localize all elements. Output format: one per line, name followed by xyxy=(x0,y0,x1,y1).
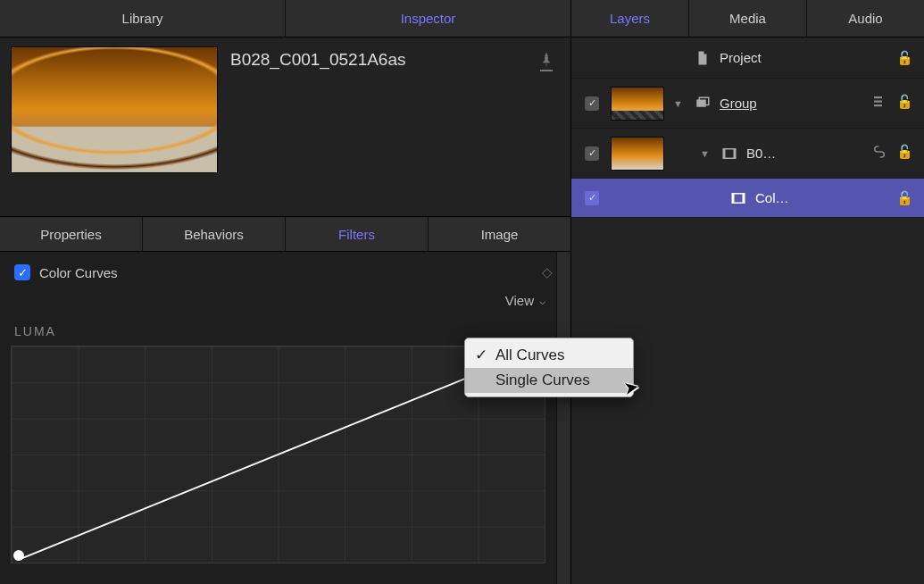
pin-icon xyxy=(538,52,554,68)
clip-title: B028_C001_0521A6as xyxy=(230,46,526,70)
inspector-body: ✓ Color Curves ◇ View ⌵ LUMA xyxy=(0,252,570,584)
tab-image[interactable]: Image xyxy=(429,217,570,251)
group-icon xyxy=(695,96,711,112)
visibility-checkbox[interactable]: ✓ xyxy=(585,191,599,205)
tab-behaviors[interactable]: Behaviors xyxy=(143,217,286,251)
disclosure-triangle-icon[interactable]: ▼ xyxy=(673,98,686,109)
filter-section: ✓ Color Curves ◇ View ⌵ LUMA xyxy=(7,252,560,563)
svg-rect-3 xyxy=(696,99,706,106)
view-label: View xyxy=(505,293,534,308)
group-thumbnail xyxy=(611,87,664,121)
svg-rect-7 xyxy=(874,104,882,106)
clip-header: B028_C001_0521A6as xyxy=(0,38,570,216)
layer-list: Project 🔓 ✓ ▼ Group 🔓 xyxy=(571,38,924,584)
menu-item-all-curves[interactable]: ✓ All Curves xyxy=(465,342,633,368)
svg-rect-13 xyxy=(743,193,745,203)
tab-inspector[interactable]: Inspector xyxy=(286,0,570,37)
right-tab-row: Layers Media Audio xyxy=(571,0,924,38)
layer-row-clip[interactable]: ✓ ▼ B0… 🔓 xyxy=(571,129,924,179)
left-pane: Library Inspector B028_C001_0521A6as Pro… xyxy=(0,0,571,584)
svg-rect-10 xyxy=(734,148,736,158)
filter-name: Color Curves xyxy=(39,265,533,280)
project-label: Project xyxy=(720,50,887,65)
clip-label: B0… xyxy=(746,146,862,161)
svg-rect-9 xyxy=(723,148,725,158)
svg-rect-5 xyxy=(874,96,882,98)
stack-icon[interactable] xyxy=(871,94,887,113)
document-icon xyxy=(695,50,711,66)
visibility-checkbox[interactable]: ✓ xyxy=(585,146,599,161)
tab-media[interactable]: Media xyxy=(689,0,807,37)
view-selector[interactable]: View ⌵ xyxy=(7,284,560,315)
tab-properties[interactable]: Properties xyxy=(0,217,143,251)
right-pane: Layers Media Audio Project 🔓 ✓ ▼ xyxy=(571,0,924,584)
filter-icon xyxy=(730,190,746,206)
group-label: Group xyxy=(720,96,862,111)
lock-icon[interactable]: 🔓 xyxy=(896,94,913,113)
link-icon[interactable] xyxy=(871,144,887,163)
clip-thumbnail xyxy=(611,137,664,171)
top-tab-row: Library Inspector xyxy=(0,0,570,38)
menu-item-label: Single Curves xyxy=(495,371,590,389)
tab-library[interactable]: Library xyxy=(0,0,286,37)
layer-row-filter[interactable]: ✓ Col… 🔓 xyxy=(571,179,924,218)
svg-rect-6 xyxy=(874,101,882,103)
svg-point-1 xyxy=(13,550,24,561)
svg-rect-12 xyxy=(732,193,734,203)
chevron-down-icon: ⌵ xyxy=(539,295,545,307)
filter-enable-checkbox[interactable]: ✓ xyxy=(14,264,30,280)
app-root: Library Inspector B028_C001_0521A6as Pro… xyxy=(0,0,924,584)
disclosure-triangle-icon[interactable]: ▼ xyxy=(700,148,712,159)
keyframe-icon[interactable]: ◇ xyxy=(542,264,553,280)
check-icon: ✓ xyxy=(474,346,488,364)
menu-item-single-curves[interactable]: Single Curves xyxy=(465,368,633,393)
filmstrip-icon xyxy=(721,146,737,162)
clip-thumbnail xyxy=(11,46,218,173)
tab-filters[interactable]: Filters xyxy=(286,217,429,251)
view-menu[interactable]: ✓ All Curves Single Curves xyxy=(464,338,634,397)
lock-icon[interactable]: 🔓 xyxy=(896,190,913,206)
pin-column[interactable] xyxy=(538,46,560,71)
lock-icon[interactable]: 🔓 xyxy=(896,144,913,163)
layer-row-project[interactable]: Project 🔓 xyxy=(571,38,924,79)
filter-header: ✓ Color Curves ◇ xyxy=(7,261,560,284)
layer-row-group[interactable]: ✓ ▼ Group 🔓 xyxy=(571,79,924,129)
filter-layer-label: Col… xyxy=(755,190,887,205)
sub-tab-row: Properties Behaviors Filters Image xyxy=(0,216,570,252)
visibility-checkbox[interactable]: ✓ xyxy=(585,96,599,111)
lock-icon[interactable]: 🔓 xyxy=(896,50,913,66)
tab-audio[interactable]: Audio xyxy=(807,0,924,37)
menu-item-label: All Curves xyxy=(495,346,564,364)
tab-layers[interactable]: Layers xyxy=(571,0,689,37)
